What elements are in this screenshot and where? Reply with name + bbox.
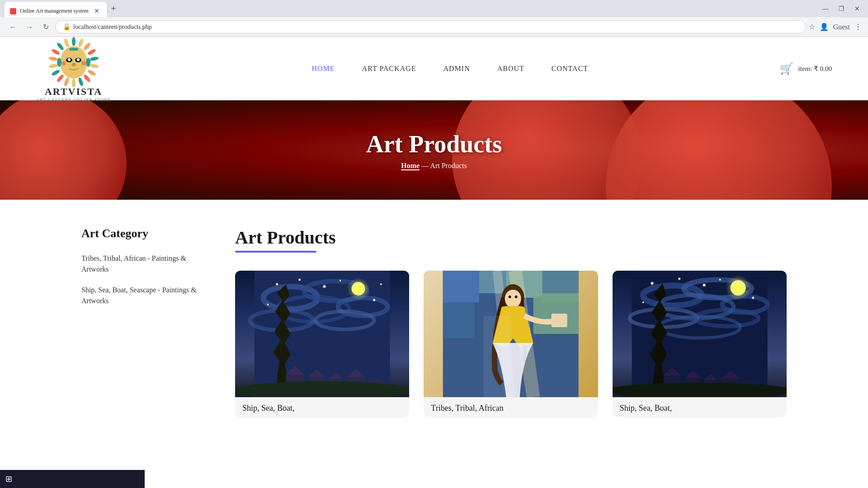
window-controls: — ❐ ✕ (814, 0, 868, 17)
svg-point-42 (299, 279, 301, 281)
svg-point-72 (505, 290, 521, 308)
svg-point-16 (56, 42, 65, 51)
svg-rect-75 (552, 314, 567, 327)
product-image-2 (424, 271, 598, 397)
browser-nav-bar: ← → ↻ 🔒 localhost/canteen/products.php ☆… (0, 17, 868, 37)
more-icon[interactable]: ⋮ (854, 23, 862, 31)
nav-about[interactable]: ABOUT (497, 65, 524, 73)
minimize-button[interactable]: — (818, 3, 833, 14)
products-section: Art Products (235, 227, 787, 418)
new-tab-button[interactable]: + (107, 4, 121, 14)
sidebar-item-ship[interactable]: Ship, Sea, Boat, Seascape - Paintings & … (81, 285, 208, 306)
svg-point-25 (61, 61, 66, 66)
product-name-3: Ship, Sea, Boat, (613, 397, 787, 418)
svg-point-14 (48, 56, 58, 61)
svg-point-22 (68, 58, 71, 61)
product-name-1: Ship, Sea, Boat, (235, 397, 409, 418)
nav-admin[interactable]: ADMIN (443, 65, 470, 73)
reload-button[interactable]: ↻ (39, 20, 52, 34)
breadcrumb-separator: — (421, 162, 429, 169)
product-card-3[interactable]: Ship, Sea, Boat, (613, 271, 787, 418)
svg-point-87 (734, 284, 742, 292)
svg-point-12 (51, 69, 60, 76)
main-nav: HOME ART PACKAGE ADMIN ABOUT CONTACT (138, 65, 762, 73)
svg-point-110 (613, 383, 787, 397)
svg-rect-69 (443, 302, 475, 338)
svg-point-7 (83, 74, 91, 83)
nav-art-package[interactable]: ART PACKAGE (362, 65, 416, 73)
svg-point-1 (77, 38, 84, 48)
svg-point-3 (87, 48, 96, 56)
hero-tomato-left (0, 100, 127, 200)
logo-sub: ART GALLERY ONLINE STORE (36, 98, 111, 103)
svg-point-5 (89, 63, 99, 68)
product-name-2: Tribes, Tribal, African (424, 397, 598, 418)
breadcrumb-home-link[interactable]: Home (401, 162, 420, 170)
address-bar[interactable]: 🔒 localhost/canteen/products.php (55, 20, 806, 33)
website-content: ARTVISTA ART GALLERY ONLINE STORE HOME A… (0, 37, 868, 445)
browser-tab-bar: Online Art management system ✕ + — ❐ ✕ (0, 0, 868, 17)
product-image-1 (235, 271, 409, 397)
hero-breadcrumb: Home — Art Products (366, 162, 502, 170)
svg-point-17 (63, 38, 70, 48)
products-title-underline (235, 251, 316, 253)
user-icon[interactable]: 👤 (820, 23, 829, 31)
sidebar: Art Category Tribes, Tribal, African - P… (81, 227, 208, 418)
svg-point-8 (77, 77, 84, 87)
svg-point-89 (651, 282, 653, 285)
product-image-3 (613, 271, 787, 397)
back-button[interactable]: ← (6, 20, 20, 34)
hero-title: Art Products (366, 130, 502, 158)
svg-point-10 (63, 77, 70, 87)
svg-point-13 (48, 63, 58, 68)
svg-point-44 (323, 286, 326, 288)
svg-rect-76 (484, 316, 511, 397)
product-card-1[interactable]: Ship, Sea, Boat, (235, 271, 409, 418)
svg-point-95 (719, 279, 721, 281)
svg-point-74 (515, 296, 518, 298)
svg-point-91 (678, 278, 680, 280)
guest-label: Guest (833, 23, 850, 31)
site-header: ARTVISTA ART GALLERY ONLINE STORE HOME A… (0, 37, 868, 100)
cart-label: item: ₹ 0.00 (798, 65, 832, 73)
svg-point-11 (56, 74, 65, 83)
svg-point-4 (89, 56, 99, 61)
svg-point-93 (703, 284, 705, 286)
hero-banner: Art Products Home — Art Products (0, 100, 868, 200)
svg-point-15 (51, 48, 60, 56)
svg-point-52 (380, 284, 382, 285)
svg-point-26 (81, 61, 86, 66)
tabs-row: Online Art management system ✕ + (0, 0, 814, 17)
svg-point-63 (235, 381, 409, 397)
bookmark-icon[interactable]: ☆ (809, 23, 815, 31)
tab-favicon (10, 8, 16, 14)
svg-rect-19 (69, 48, 78, 51)
logo-text: ARTVISTA (45, 86, 102, 98)
svg-point-0 (72, 37, 75, 46)
close-button[interactable]: ✕ (850, 3, 864, 14)
nav-home[interactable]: HOME (312, 65, 335, 73)
sidebar-title: Art Category (81, 227, 208, 240)
forward-button[interactable]: → (23, 20, 36, 34)
tab-label: Online Art management system (20, 8, 89, 14)
svg-point-38 (355, 285, 362, 292)
products-section-title: Art Products (235, 227, 787, 248)
hero-content: Art Products Home — Art Products (366, 130, 502, 170)
tab-close-button[interactable]: ✕ (94, 7, 99, 15)
cart-area[interactable]: 🛒 item: ₹ 0.00 (780, 62, 832, 75)
product-card-2[interactable]: Tribes, Tribal, African (424, 271, 598, 418)
sidebar-item-tribes[interactable]: Tribes, Tribal, African - Paintings & Ar… (81, 253, 208, 275)
hero-tomato-right (606, 100, 832, 200)
maximize-button[interactable]: ❐ (834, 3, 849, 14)
products-grid: Ship, Sea, Boat, (235, 271, 787, 418)
logo-image (47, 35, 101, 89)
nav-contact[interactable]: CONTACT (552, 65, 588, 73)
breadcrumb-current: Art Products (430, 162, 467, 169)
logo-area: ARTVISTA ART GALLERY ONLINE STORE (36, 35, 111, 103)
svg-point-50 (267, 304, 269, 305)
active-tab[interactable]: Online Art management system ✕ (5, 2, 107, 17)
svg-point-48 (373, 299, 375, 301)
url-text: localhost/canteen/products.php (73, 23, 152, 31)
svg-point-24 (71, 63, 76, 66)
svg-point-23 (77, 58, 80, 61)
